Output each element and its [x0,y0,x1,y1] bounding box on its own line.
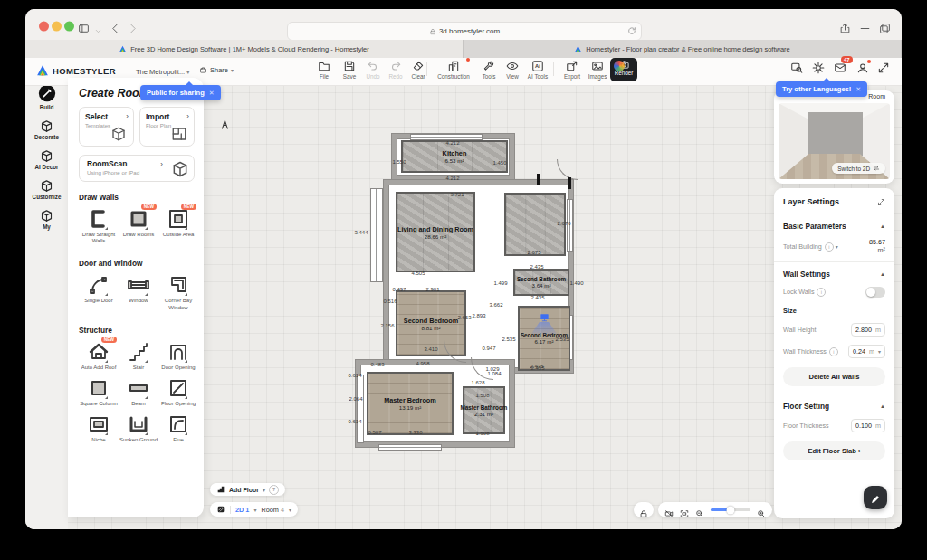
chevron-down-icon[interactable] [94,24,102,36]
project-name-dropdown[interactable]: The Metropolit... ▾ [136,68,189,76]
wall-thickness-input[interactable]: 0.24m▾ [848,345,885,358]
tool-draw-rooms[interactable]: NEWDraw Rooms [119,205,158,244]
lock-walls-toggle[interactable] [865,287,885,298]
toolbar-images[interactable]: Images [584,60,611,80]
tool-label: Corner Bay Window [158,298,198,310]
header-fullscreen-button[interactable] [877,62,890,74]
back-button[interactable] [110,22,121,33]
dimension-label: 1.084 [487,371,501,376]
tool-corner-bay-window[interactable]: Corner Bay Window [158,271,198,310]
toolbar-clear[interactable]: Clear [405,60,432,80]
zoom-slider[interactable] [711,508,750,511]
refresh-icon [627,26,636,35]
edit-floor-slab-button[interactable]: Edit Floor Slab › [783,441,885,460]
maximize-window-button[interactable] [64,22,74,32]
tool-stair[interactable]: Stair [119,338,158,371]
sidebar-item-customize[interactable]: Customize [25,179,68,200]
new-tab-icon[interactable] [859,22,871,33]
sidebar-item-build[interactable]: Build [25,83,68,110]
dimension-label: 2.670 [557,221,570,226]
door-frame-mark [537,174,540,185]
room-living-and-dining-room[interactable]: Living and Dining Room28.66 m² [396,192,475,272]
toolbar-label: Construction [433,73,474,80]
zoom-in-icon[interactable] [757,506,766,515]
camera-off-icon[interactable] [664,506,674,515]
close-icon[interactable]: ✕ [209,90,215,97]
add-floor-button[interactable]: Add Floor ▾ ? [210,483,285,496]
switch-to-2d-button[interactable]: Switch to 2D [832,163,885,174]
tool-niche[interactable]: Niche [79,411,119,443]
homestyler-logo[interactable]: HOMESTYLER [36,64,116,77]
close-window-button[interactable] [39,22,49,32]
toolbar-export[interactable]: Export [559,60,586,80]
room-master-bedroom[interactable]: Master Bedroom13.19 m² [367,372,454,435]
room-3d-preview[interactable]: Switch to 2D [779,103,890,179]
north-indicator-icon [219,119,232,131]
delete-all-walls-button[interactable]: Delete All Walls [783,367,885,386]
minimize-window-button[interactable] [52,22,62,32]
sidebar-item-ai-decor[interactable]: AI Decor [25,149,68,170]
address-bar[interactable]: 3d.homestyler.com [287,22,642,41]
toolbar-ai-tools[interactable]: AiAI Tools [522,60,553,80]
floor-setting-header[interactable]: Floor Setting▲ [783,402,885,411]
room-second-bathroom[interactable]: Second Bathroom3.64 m² [513,269,569,296]
sidebar-toggle-icon[interactable] [78,22,90,33]
help-icon[interactable]: ? [269,485,279,495]
tab-overview-icon[interactable] [879,22,891,33]
header-render-queue-button[interactable] [856,62,869,74]
northA-icon [219,119,232,131]
header-image-search-button[interactable] [790,62,803,74]
import-floorplan-card[interactable]: Import Floor Plan › [139,107,195,147]
tool-beam[interactable]: Beam [119,375,158,407]
roomscan-card[interactable]: RoomScan Using iPhone or iPad › [79,155,195,182]
toolbar-render[interactable]: Render [610,58,637,81]
tv-item[interactable] [530,313,558,334]
wall-height-input[interactable]: 2.800m [851,323,885,337]
select-templates-card[interactable]: Select Templates › [79,107,134,147]
language-tooltip: Try other Languages! ✕ [776,81,867,97]
dimension-label: 0.516 [383,299,397,304]
eraser-icon [412,60,425,72]
forward-button[interactable] [127,22,139,33]
view-2d-tab[interactable]: 2D 1 [235,506,249,514]
room-tab[interactable]: Room 4 [261,506,284,514]
tool-flue[interactable]: Flue [158,411,198,443]
tool-single-door[interactable]: Single Door [79,271,119,310]
tool-label: Draw Straight Walls [79,232,119,244]
close-icon[interactable]: ✕ [855,86,861,93]
share-page-icon[interactable] [839,22,851,33]
tab-inactive[interactable]: Homestyler - Floor plan creator & Free o… [464,40,902,58]
preview-card[interactable]: Room Switch to 2D [774,90,894,184]
toolbar-label: Render [610,70,637,76]
feedback-button[interactable] [864,486,887,509]
lock-view-button[interactable] [634,502,654,517]
dimension-label: 2.156 [380,323,394,328]
tool-auto-add-roof[interactable]: NEWAuto Add Roof [79,338,119,371]
basic-parameters-header[interactable]: Basic Parameters▲ [783,222,885,231]
zoom-out-icon[interactable] [695,506,704,515]
refresh-icon[interactable] [627,26,636,35]
sidebar-item-decorate[interactable]: Decorate [25,119,68,140]
tool-draw-straight-walls[interactable]: Draw Straight Walls [79,205,119,244]
tool-window[interactable]: Window [119,271,158,310]
sidebar-item-my[interactable]: My [25,209,68,230]
header-gear-button[interactable] [812,62,825,74]
tool-door-opening[interactable]: Door Opening [158,338,198,371]
floor-room-switcher[interactable]: 2D 1 ▾ Room 4 ▾ [210,502,298,517]
tab-active[interactable]: Free 3D Home Design Software | 1M+ Model… [25,40,464,58]
floor-layers-icon[interactable] [216,505,225,514]
share-button[interactable]: Share ▾ [199,66,234,74]
wall-settings-header[interactable]: Wall Settings▲ [783,270,885,279]
zoom-out-icon [695,509,704,518]
floor-thickness-input[interactable]: 0.100m [851,419,885,432]
fit-view-icon[interactable] [680,506,689,515]
header-mail-button[interactable] [834,62,846,74]
tool-outside-area[interactable]: NEWOutside Area [158,205,198,244]
tool-square-column[interactable]: Square Column [79,375,119,407]
tool-floor-opening[interactable]: Floor Opening [158,375,198,407]
toolbar-construction[interactable]: Construction [433,60,474,80]
tool-sunken-ground[interactable]: Sunken Ground [119,411,158,443]
toolbar-file[interactable]: File [311,60,338,80]
expand-panel-icon[interactable] [877,198,885,206]
room-name: Master Bathroom [461,404,508,411]
